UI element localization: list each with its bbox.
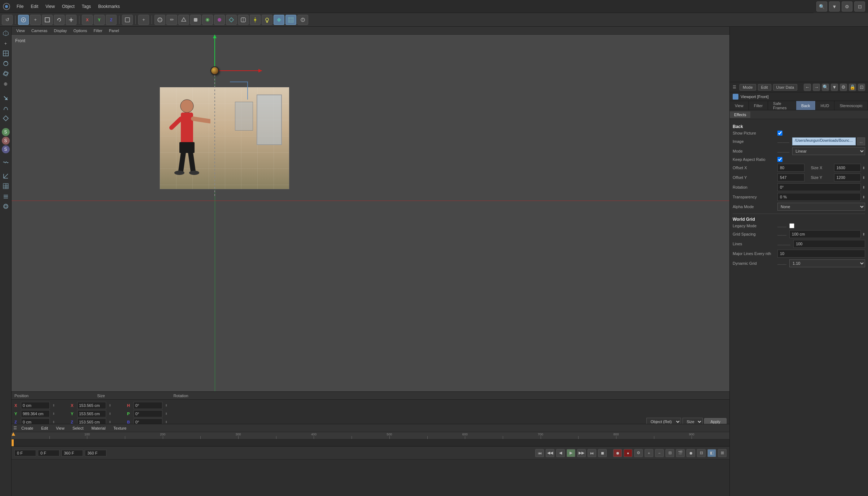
settings-icon[interactable]: ⚙ (842, 1, 852, 12)
frame-field[interactable] (38, 450, 60, 456)
timeline-hamburger-icon[interactable]: ☰ (13, 426, 17, 430)
goto-start-button[interactable]: ⏮ (535, 449, 544, 457)
timeline-create[interactable]: Create (18, 424, 37, 432)
size-y-input[interactable] (834, 174, 861, 181)
sidebar-object-icon[interactable] (1, 28, 10, 38)
rot-h-arrows[interactable]: ⬍ (164, 404, 169, 407)
panel-edit-button[interactable]: Edit (758, 84, 771, 91)
rigging-button[interactable] (202, 15, 213, 25)
scene-button[interactable] (250, 15, 261, 25)
menu-bookmarks[interactable]: Bookmarks (95, 0, 123, 13)
filter-icon[interactable]: ▼ (829, 1, 840, 12)
sculpt-button[interactable] (178, 15, 189, 25)
add-object-button[interactable]: + (138, 15, 149, 25)
step-forward-button[interactable]: ▶▶ (577, 449, 586, 457)
size-x-input[interactable] (77, 402, 106, 409)
sidebar-nurbs-icon[interactable] (1, 104, 10, 113)
menu-tags[interactable]: Tags (78, 0, 95, 13)
keyframe-settings-button[interactable]: ⊟ (666, 449, 674, 457)
extra2-button[interactable] (238, 15, 249, 25)
ball-object[interactable] (210, 66, 219, 75)
image-browse-button[interactable]: ... (857, 137, 865, 145)
tab-back[interactable]: Back (796, 101, 815, 110)
tab-view[interactable]: View (730, 101, 749, 110)
rot-h-input[interactable] (134, 402, 162, 409)
keep-aspect-checkbox[interactable] (777, 157, 782, 162)
step-back-button[interactable]: ◀◀ (546, 449, 554, 457)
sub-tab-effects[interactable]: Effects (730, 111, 750, 118)
panel-lock-icon[interactable]: 🔒 (849, 84, 856, 91)
offset-y-input[interactable] (777, 174, 804, 181)
record-settings-button[interactable]: ⚙ (634, 449, 643, 457)
preview-end-field[interactable] (85, 450, 106, 456)
object-view-button[interactable] (154, 15, 165, 25)
rotation-input[interactable] (777, 183, 861, 191)
menu-object[interactable]: Object (58, 0, 78, 13)
panel-search-icon[interactable]: 🔍 (822, 84, 829, 91)
extra1-button[interactable] (226, 15, 237, 25)
grid-button[interactable] (285, 15, 296, 25)
size-z-arrows[interactable]: ⬍ (108, 420, 113, 424)
sidebar-measure-icon[interactable] (1, 171, 10, 181)
sidebar-circle-icon[interactable] (1, 69, 10, 78)
play-button[interactable]: ▶ (567, 449, 575, 457)
record-active-button[interactable]: ● (624, 449, 632, 457)
sidebar-draw-icon[interactable] (1, 93, 10, 103)
sidebar-s1-icon[interactable]: S (2, 128, 10, 136)
scale-tool-button[interactable] (42, 15, 53, 25)
timeline-track[interactable] (12, 439, 729, 447)
timeline-texture[interactable]: Texture (110, 424, 130, 432)
extras-button[interactable] (297, 15, 308, 25)
pos-y-input[interactable] (21, 410, 50, 417)
size-y-input[interactable] (77, 410, 106, 417)
panel-user-data-button[interactable]: User Data (773, 84, 798, 91)
panel-back-icon[interactable]: ← (804, 84, 811, 91)
viewport-menu-view[interactable]: View (13, 27, 28, 34)
size-y-arrows[interactable]: ⬍ (108, 412, 113, 416)
transparency-arrows[interactable]: ⬍ (862, 195, 865, 199)
search-icon[interactable]: 🔍 (816, 1, 827, 12)
move-tool-button[interactable] (18, 15, 29, 25)
sidebar-s2-icon[interactable]: S (2, 137, 10, 145)
panel-mode-button[interactable]: Mode (740, 84, 756, 91)
pos-x-arrows[interactable]: ⬍ (51, 404, 56, 407)
size-x-arrows[interactable]: ⬍ (108, 404, 113, 407)
mode-select[interactable]: Linear Clamp Tile (792, 147, 865, 155)
timeline-view[interactable]: View (52, 424, 68, 432)
dynamic-grid-select[interactable]: 1.10 (789, 259, 865, 267)
motion-path-button[interactable]: ⏺ (686, 449, 695, 457)
size-y-arrows[interactable]: ⬍ (862, 176, 865, 180)
play-back-button[interactable]: ◀ (556, 449, 565, 457)
viewport-menu-options[interactable]: Options (70, 27, 90, 34)
panel-fwd-icon[interactable]: → (813, 84, 820, 91)
rot-b-arrows[interactable]: ⬍ (164, 420, 169, 424)
grid-spacing-input[interactable] (789, 230, 861, 238)
sidebar-s3-icon[interactable]: S (2, 145, 10, 153)
sidebar-crosshair-icon[interactable]: + (1, 39, 10, 48)
rot-p-arrows[interactable]: ⬍ (164, 412, 169, 416)
major-lines-input[interactable] (777, 250, 865, 258)
legacy-mode-checkbox[interactable] (789, 223, 794, 228)
menu-view[interactable]: View (42, 0, 58, 13)
alpha-mode-select[interactable]: None Alpha Premultiplied (777, 203, 865, 211)
panel-hamburger-icon[interactable]: ☰ (733, 85, 736, 89)
undo-button[interactable]: ↺ (2, 15, 13, 25)
dynamics-button[interactable] (214, 15, 225, 25)
project-settings-button[interactable]: ⊞ (718, 449, 727, 457)
goto-end-button[interactable]: ⏭ (588, 449, 596, 457)
active-view-button[interactable] (274, 15, 284, 25)
timeline-material[interactable]: Material (88, 424, 109, 432)
offset-x-input[interactable] (777, 164, 804, 172)
sidebar-polygon-icon[interactable] (1, 114, 10, 123)
sidebar-rotate-icon[interactable] (1, 59, 10, 68)
rotate-tool-button[interactable] (54, 15, 65, 25)
menu-file[interactable]: File (13, 0, 27, 13)
panel-settings-btn-icon[interactable]: ⚙ (840, 84, 847, 91)
record-button[interactable]: ⏺ (613, 449, 622, 457)
x-axis-button[interactable]: X (82, 15, 93, 25)
start-frame-field[interactable] (14, 450, 36, 456)
stop-button[interactable]: ⏹ (598, 449, 607, 457)
viewport-menu-panel[interactable]: Panel (106, 27, 122, 34)
viewport-menu-display[interactable]: Display (51, 27, 70, 34)
sidebar-wave-icon[interactable] (1, 158, 10, 167)
